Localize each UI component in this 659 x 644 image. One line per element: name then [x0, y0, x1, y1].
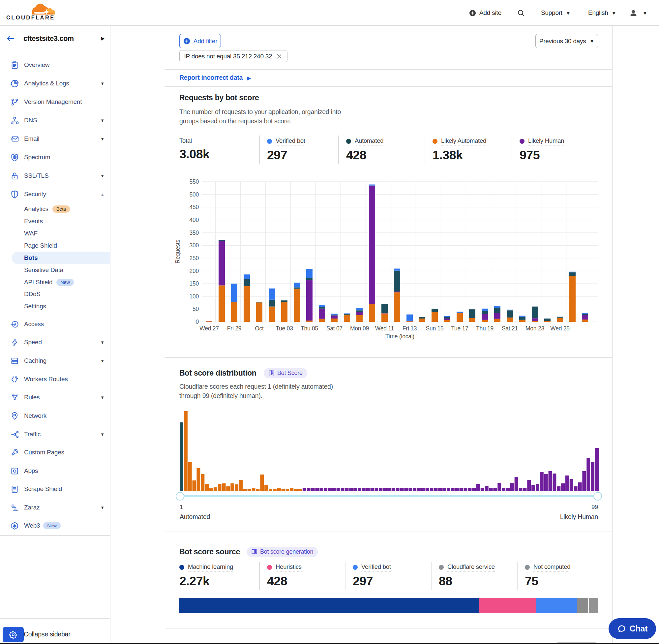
svg-text:Tue 17: Tue 17 [451, 325, 468, 332]
svg-text:100: 100 [190, 293, 199, 300]
svg-text:Fri 29: Fri 29 [227, 325, 241, 332]
svg-text:400: 400 [190, 217, 199, 223]
svg-text:Mon 09: Mon 09 [350, 325, 369, 332]
svg-text:50: 50 [192, 306, 199, 312]
svg-text:Wed 25: Wed 25 [550, 325, 570, 332]
svg-text:500: 500 [190, 191, 199, 198]
svg-text:Thu 05: Thu 05 [301, 325, 318, 332]
svg-text:550: 550 [190, 178, 199, 185]
svg-text:0: 0 [196, 319, 199, 325]
svg-text:99: 99 [591, 504, 598, 510]
svg-text:Sat 07: Sat 07 [326, 325, 343, 332]
svg-text:150: 150 [190, 280, 199, 287]
svg-text:Tue 03: Tue 03 [276, 325, 293, 332]
svg-text:Requests: Requests [174, 240, 181, 264]
svg-text:Wed 11: Wed 11 [375, 325, 394, 332]
svg-text:Time (local): Time (local) [385, 333, 415, 340]
svg-text:1: 1 [180, 504, 183, 510]
svg-text:Sun 15: Sun 15 [426, 325, 443, 332]
svg-text:350: 350 [190, 230, 199, 236]
svg-text:Automated: Automated [180, 513, 210, 520]
svg-text:250: 250 [190, 255, 199, 261]
svg-text:Thu 19: Thu 19 [476, 325, 494, 332]
svg-text:300: 300 [190, 242, 199, 249]
svg-text:200: 200 [190, 268, 199, 274]
svg-text:Likely Human: Likely Human [560, 513, 598, 520]
svg-text:450: 450 [190, 204, 199, 210]
svg-text:Wed 27: Wed 27 [199, 325, 219, 332]
svg-text:Fri 13: Fri 13 [402, 325, 417, 332]
svg-text:Oct: Oct [255, 325, 264, 332]
svg-text:Sat 21: Sat 21 [502, 325, 518, 332]
svg-text:Mon 23: Mon 23 [525, 325, 544, 332]
